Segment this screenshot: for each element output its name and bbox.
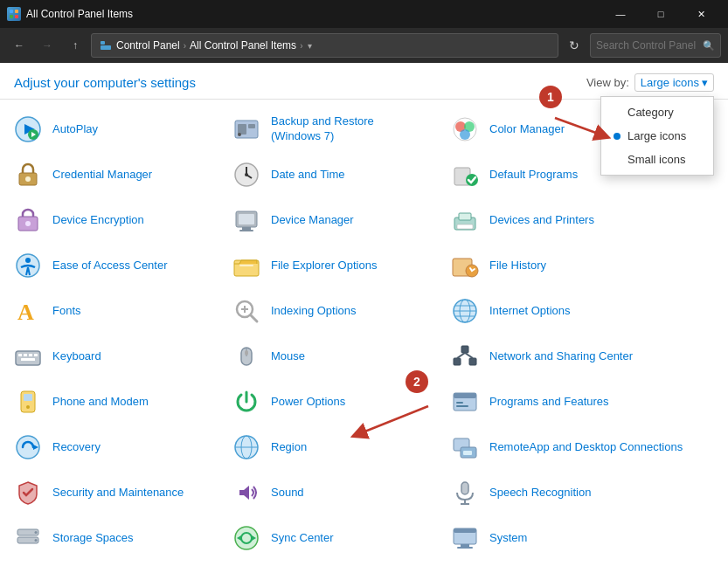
item-backup[interactable]: Backup and Restore (Windows 7) xyxy=(218,107,437,152)
recovery-icon xyxy=(12,431,44,463)
search-icon: 🔍 xyxy=(703,40,715,52)
item-file-history[interactable]: File History xyxy=(437,243,728,288)
ease-of-access-label: Ease of Access Center xyxy=(52,259,168,273)
svg-rect-4 xyxy=(101,41,105,45)
svg-line-65 xyxy=(457,353,465,358)
item-keyboard[interactable]: Keyboard xyxy=(0,334,218,379)
system-icon xyxy=(449,522,481,554)
grid-row: A Fonts Indexing Options Internet Option… xyxy=(0,288,728,334)
svg-rect-96 xyxy=(457,547,473,549)
forward-button[interactable]: → xyxy=(35,33,59,58)
item-region[interactable]: Region xyxy=(218,425,437,470)
view-by-current: Large icons xyxy=(641,76,699,89)
item-indexing[interactable]: Indexing Options xyxy=(218,288,437,334)
up-button[interactable]: ↑ xyxy=(63,33,87,58)
item-network[interactable]: Network and Sharing Center xyxy=(437,334,728,379)
svg-line-66 xyxy=(465,353,473,358)
view-by-dropdown[interactable]: Large icons ▾ xyxy=(634,73,714,92)
item-mouse[interactable]: Mouse xyxy=(218,334,437,379)
address-bar: ← → ↑ Control Panel › All Control Panel … xyxy=(0,28,728,63)
color-manager-icon xyxy=(449,114,481,145)
device-manager-icon xyxy=(231,204,262,236)
security-icon xyxy=(12,477,44,508)
mouse-icon xyxy=(231,341,262,372)
grid-row: Keyboard Mouse Network and Sharing Cente… xyxy=(0,334,728,379)
speech-label: Speech Recognition xyxy=(489,486,591,501)
search-box[interactable]: 🔍 xyxy=(590,33,721,58)
svg-rect-62 xyxy=(454,358,461,365)
item-sound[interactable]: Sound xyxy=(218,470,437,515)
item-fonts[interactable]: A Fonts xyxy=(0,288,218,334)
item-remoteapp[interactable]: RemoteApp and Desktop Connections xyxy=(437,425,728,470)
file-explorer-icon xyxy=(231,250,262,281)
item-security[interactable]: Security and Maintenance xyxy=(0,470,218,515)
internet-options-label: Internet Options xyxy=(489,304,571,319)
svg-rect-34 xyxy=(457,224,473,229)
network-icon xyxy=(449,341,481,372)
svg-rect-1 xyxy=(15,10,18,13)
search-input[interactable] xyxy=(596,39,699,52)
item-datetime[interactable]: Date and Time xyxy=(218,152,437,197)
backup-label: Backup and Restore (Windows 7) xyxy=(271,114,425,144)
sound-icon xyxy=(231,477,262,508)
close-button[interactable]: ✕ xyxy=(681,0,721,28)
sound-label: Sound xyxy=(271,486,304,501)
window-controls: — □ ✕ xyxy=(600,0,721,28)
selected-dot xyxy=(614,133,621,140)
back-button[interactable]: ← xyxy=(7,33,31,58)
item-ease-of-access[interactable]: Ease of Access Center xyxy=(0,243,218,288)
minimize-button[interactable]: — xyxy=(600,0,641,28)
path-control-panel[interactable]: Control Panel xyxy=(116,39,180,52)
storage-label: Storage Spaces xyxy=(52,531,134,546)
svg-rect-81 xyxy=(463,451,472,455)
item-storage[interactable]: Storage Spaces xyxy=(0,515,218,561)
no-check xyxy=(614,106,621,119)
svg-rect-31 xyxy=(239,230,253,231)
dropdown-item-small[interactable]: Small icons xyxy=(601,148,713,171)
item-system[interactable]: System xyxy=(437,515,728,561)
svg-rect-95 xyxy=(461,544,469,547)
dropdown-item-category[interactable]: Category xyxy=(601,100,713,124)
svg-rect-68 xyxy=(24,394,32,401)
credential-icon xyxy=(12,159,44,190)
indexing-label: Indexing Options xyxy=(271,304,357,319)
svg-rect-58 xyxy=(21,358,35,361)
fonts-label: Fonts xyxy=(52,304,81,319)
svg-point-36 xyxy=(25,258,31,263)
item-credential[interactable]: Credential Manager xyxy=(0,152,218,197)
item-internet-options[interactable]: Internet Options xyxy=(437,288,728,334)
svg-rect-29 xyxy=(239,214,254,224)
refresh-button[interactable]: ↻ xyxy=(562,33,586,58)
path-all-items[interactable]: All Control Panel Items xyxy=(190,39,296,52)
file-history-label: File History xyxy=(489,259,546,273)
dropdown-item-large[interactable]: Large icons xyxy=(601,124,713,148)
address-path[interactable]: Control Panel › All Control Panel Items … xyxy=(91,33,558,58)
system-label: System xyxy=(489,531,527,546)
item-speech[interactable]: Speech Recognition xyxy=(437,470,728,515)
item-file-explorer[interactable]: File Explorer Options xyxy=(218,243,437,288)
item-device-manager[interactable]: Device Manager xyxy=(218,197,437,243)
grid-row: Device Encryption Device Manager Devices… xyxy=(0,197,728,243)
svg-rect-3 xyxy=(15,15,18,18)
view-by-control: View by: Large icons ▾ xyxy=(586,73,714,92)
svg-point-88 xyxy=(35,531,38,534)
svg-point-13 xyxy=(238,133,241,136)
mouse-label: Mouse xyxy=(271,349,305,364)
svg-line-45 xyxy=(251,315,257,321)
maximize-button[interactable]: □ xyxy=(641,0,681,28)
item-recovery[interactable]: Recovery xyxy=(0,425,218,470)
region-label: Region xyxy=(271,440,307,455)
content-header: Adjust your computer's settings View by:… xyxy=(0,63,728,100)
path-dropdown-arrow[interactable]: ▾ xyxy=(308,41,312,51)
no-check-2 xyxy=(614,153,621,166)
item-phone-modem[interactable]: Phone and Modem xyxy=(0,379,218,425)
item-sync[interactable]: Sync Center xyxy=(218,515,437,561)
item-power-options[interactable]: Power Options 2 xyxy=(218,379,437,425)
item-device-encryption[interactable]: Device Encryption xyxy=(0,197,218,243)
svg-rect-55 xyxy=(24,354,27,356)
item-programs-features[interactable]: Programs and Features xyxy=(437,379,728,425)
item-autoplay[interactable]: AutoPlay xyxy=(0,107,218,152)
item-devices-printers[interactable]: Devices and Printers xyxy=(437,197,728,243)
device-encryption-label: Device Encryption xyxy=(52,213,144,228)
devices-printers-label: Devices and Printers xyxy=(489,213,594,228)
